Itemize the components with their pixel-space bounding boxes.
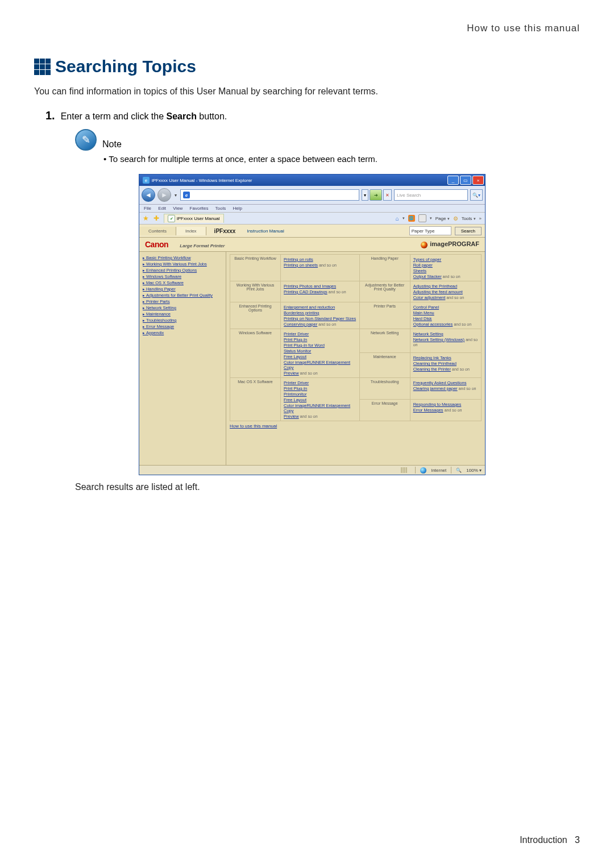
grid-link[interactable]: Replacing Ink Tanks [413,355,478,360]
close-button[interactable]: × [472,176,484,185]
status-zoom[interactable]: 100% ▾ [466,468,482,473]
grid-link[interactable]: Hard Disk [413,316,478,321]
browser-tab[interactable]: iPFxxxx User Manual [164,214,224,223]
grid-link[interactable]: Error Messages [413,408,443,413]
grid-link[interactable]: Printer Driver [284,380,356,385]
favorites-bar: ★ ✚ iPFxxxx User Manual ⌂▾ 🌐 ▾ Page ▾ ⚙ … [139,213,485,225]
tree-item[interactable]: Maintenance [143,312,222,317]
toolbar-chevron[interactable]: » [479,216,482,221]
grid-link[interactable]: Frequently Asked Questions [413,380,478,385]
grid-link[interactable]: Printing on rolls [284,257,356,262]
tree-item[interactable]: Adjustments for Better Print Quality [143,293,222,298]
grid-link[interactable]: Cleaning the Printer [413,367,451,372]
grid-link[interactable]: Output Stacker [413,274,442,279]
grid-link[interactable]: Cleaning the Printhead [413,361,478,366]
tree-item[interactable]: Enhanced Printing Options [143,268,222,273]
grid-link[interactable]: Preview [284,371,299,376]
and-so-on: and so on [445,408,462,412]
add-favorite-icon[interactable]: ✚ [154,214,159,222]
status-zone: Internet [431,468,446,473]
grid-link[interactable]: Roll paper [413,263,478,268]
grid-link[interactable]: Printer Driver [284,331,356,337]
grid-link[interactable]: Status Monitor [284,348,356,354]
tab-contents[interactable]: Contents [139,227,176,235]
tab-index[interactable]: Index [176,227,206,235]
grid-link[interactable]: Print Plug-In [284,386,356,391]
go-button[interactable]: ➔ [370,189,382,201]
grid-link[interactable]: Free Layout [284,354,356,359]
grid-link[interactable]: Color imageRUNNER Enlargement Copy [284,403,356,413]
grid-link[interactable]: Printmonitor [284,392,356,397]
manual-search-button[interactable]: Search [455,227,482,235]
menu-file[interactable]: File [144,206,151,211]
home-dropdown[interactable]: ▾ [403,216,405,221]
grid-link[interactable]: Optional accessories [413,322,453,327]
search-go-button[interactable]: 🔍▾ [470,189,483,201]
grid-link[interactable]: Borderless printing [284,310,356,315]
grid-link[interactable]: Adjusting the Printhead [413,284,478,289]
menu-view[interactable]: View [173,206,182,211]
grid-link[interactable]: Color imageRUNNER Enlargement Copy [284,360,356,370]
tree-item[interactable]: Error Message [143,324,222,329]
grid-head: Enhanced Printing Options [230,302,281,329]
grid-link[interactable]: Printing CAD Drawings [284,289,327,294]
page-menu[interactable]: Page ▾ [435,216,450,221]
grid-link[interactable]: Enlargement and reduction [284,305,356,310]
grid-head: Printer Parts [359,302,410,329]
footer-section: Introduction [520,835,567,845]
intro-text: You can find information in topics of th… [34,86,580,97]
grid-link[interactable]: Print Plug-In [284,337,356,342]
howto-link[interactable]: How to use this manual [230,423,277,429]
grid-link[interactable]: Adjusting the feed amount [413,289,478,294]
home-icon[interactable]: ⌂ [396,215,399,222]
stop-button[interactable]: ✕ [383,189,392,201]
grid-link[interactable]: Printing on sheets [284,263,318,268]
grid-link[interactable]: Network Setting (Windows) [413,337,464,342]
tree-item[interactable]: Mac OS X Software [143,280,222,285]
grid-link[interactable]: Printing on Non-Standard Paper Sizes [284,316,356,321]
nav-history-dropdown[interactable]: ▾ [173,193,178,198]
print-icon[interactable] [418,214,426,222]
grid-link[interactable]: Printing Photos and Images [284,284,356,289]
tree-item[interactable]: Troubleshooting [143,318,222,323]
favorites-star-icon[interactable]: ★ [143,214,149,222]
menu-tools[interactable]: Tools [215,206,226,211]
tools-menu[interactable]: Tools ▾ [462,216,476,221]
tree-item[interactable]: Working With Various Print Jobs [143,261,222,267]
tree-item[interactable]: Appendix [143,330,222,335]
manual-search-input[interactable]: Paper Type [409,226,451,235]
menu-help[interactable]: Help [233,206,242,211]
live-search-input[interactable]: Live Search [394,189,468,201]
print-dropdown[interactable]: ▾ [430,216,432,221]
grid-link[interactable]: Sheets [413,268,478,273]
and-so-on: and so on [300,371,318,375]
grid-link[interactable]: Types of paper [413,257,478,262]
tree-item[interactable]: Handling Paper [143,286,222,292]
grid-link[interactable]: Color adjustment [413,295,446,300]
grid-link[interactable]: Responding to Messages [413,402,478,407]
grid-link[interactable]: Control Panel [413,305,478,310]
menu-edit[interactable]: Edit [158,206,166,211]
forward-button[interactable]: ► [157,188,171,202]
grid-link[interactable]: Conserving paper [284,322,317,327]
topic-grid: Basic Printing Workflow Printing on roll… [226,252,485,465]
grid-link[interactable]: Free Layout [284,397,356,402]
tree-item[interactable]: Windows Software [143,274,222,279]
maximize-button[interactable]: ▭ [460,176,471,185]
tree-item[interactable]: Network Setting [143,305,222,310]
grid-link[interactable]: Clearing jammed paper [413,386,458,391]
address-input[interactable]: e [180,189,359,201]
grid-link[interactable]: Main Menu [413,310,478,315]
grid-link[interactable]: Print Plug-In for Word [284,343,356,348]
grid-link[interactable]: Network Setting [413,331,478,337]
menu-favorites[interactable]: Favorites [190,206,209,211]
minimize-button[interactable]: _ [447,176,459,185]
zoom-icon[interactable]: 🔍 [456,468,462,473]
tree-item[interactable]: Printer Parts [143,299,222,304]
and-so-on: and so on [443,275,460,279]
tree-item[interactable]: Basic Printing Workflow [143,255,222,260]
back-button[interactable]: ◄ [142,188,155,202]
address-dropdown[interactable]: ▾ [362,189,368,201]
rss-icon[interactable]: 🌐 [408,215,415,222]
grid-link[interactable]: Preview [284,414,299,419]
